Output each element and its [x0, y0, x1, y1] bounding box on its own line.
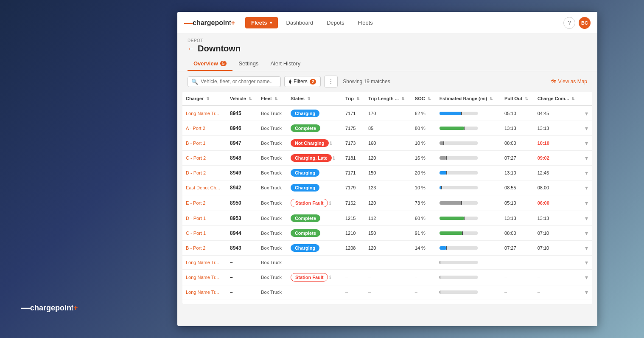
col-header-estimated-range[interactable]: Estimated Range (mi) ⇅: [436, 92, 501, 106]
tab-alert-history[interactable]: Alert History: [264, 57, 306, 71]
cell-expand[interactable]: ▾: [582, 270, 592, 285]
help-button[interactable]: ?: [563, 17, 575, 29]
col-header-charge-com[interactable]: Charge Com... ⇅: [534, 92, 582, 106]
user-avatar[interactable]: BC: [579, 17, 591, 29]
cell-expand[interactable]: ▾: [582, 136, 592, 151]
cell-charge-com: 06:00: [534, 195, 582, 211]
table-row[interactable]: East Depot Ch...8942Box TruckCharging717…: [182, 180, 592, 195]
tab-settings[interactable]: Settings: [232, 57, 264, 71]
table-row[interactable]: C - Port 28948Box TruckCharging, Lateℹ71…: [182, 151, 592, 166]
cell-state: Charging: [287, 166, 342, 180]
cell-expand[interactable]: ▾: [582, 121, 592, 136]
filter-button[interactable]: ⧫ Filters 2: [284, 76, 321, 87]
fleets-nav-label: Fleets: [251, 20, 267, 26]
col-header-states[interactable]: States ⇅: [287, 92, 342, 106]
cell-expand[interactable]: ▾: [582, 285, 592, 299]
cell-expand[interactable]: ▾: [582, 299, 592, 304]
view-map-button[interactable]: 🗺 View as Map: [551, 79, 587, 84]
cell-expand[interactable]: ▾: [582, 151, 592, 166]
cell-expand[interactable]: ▾: [582, 241, 592, 256]
toolbar: 🔍 ⧫ Filters 2 ⋮ Showing 19 matches 🗺 Vie…: [177, 71, 597, 92]
cell-charge-com: 07:10: [534, 241, 582, 256]
chargepoint-logo: — chargepoin t +: [184, 18, 235, 28]
expand-row-button[interactable]: ▾: [585, 259, 588, 266]
expand-row-button[interactable]: ▾: [585, 125, 588, 132]
cell-expand[interactable]: ▾: [582, 166, 592, 180]
table-row[interactable]: B - Port 18947Box TruckNot Chargingℹ7173…: [182, 136, 592, 151]
cell-soc: 91 %: [412, 226, 436, 241]
cell-state: [287, 299, 342, 304]
expand-row-button[interactable]: ▾: [585, 200, 588, 206]
search-input[interactable]: [201, 79, 273, 84]
table-row[interactable]: B - Port 28943Box TruckCharging120812014…: [182, 241, 592, 256]
cell-expand[interactable]: ▾: [582, 180, 592, 195]
expand-row-button[interactable]: ▾: [585, 140, 588, 146]
back-arrow-icon[interactable]: ←: [188, 45, 194, 53]
status-badge: Charging: [291, 110, 319, 117]
expand-row-button[interactable]: ▾: [585, 245, 588, 251]
expand-row-button[interactable]: ▾: [585, 289, 588, 296]
dashboard-nav-link[interactable]: Dashboard: [281, 17, 319, 28]
info-icon[interactable]: ℹ: [333, 155, 335, 161]
cell-fleet: Box Truck: [258, 270, 287, 285]
table-row[interactable]: D - Port 28949Box TruckCharging717115020…: [182, 166, 592, 180]
cell-trip-length: 160: [365, 136, 412, 151]
expand-row-button[interactable]: ▾: [585, 155, 588, 161]
expand-row-button[interactable]: ▾: [585, 169, 588, 176]
cell-state: Station Faultℹ: [287, 270, 342, 285]
fleets-nav-button[interactable]: Fleets ▾: [245, 17, 278, 28]
logo-plus: +: [231, 19, 235, 27]
cell-expand[interactable]: ▾: [582, 226, 592, 241]
cell-expand[interactable]: ▾: [582, 106, 592, 121]
expand-row-button[interactable]: ▾: [585, 110, 588, 117]
cell-trip: 7171: [342, 106, 365, 121]
col-header-trip-length[interactable]: Trip Length ... ⇅: [365, 92, 412, 106]
cell-expand[interactable]: ▾: [582, 211, 592, 226]
table-row[interactable]: Long Name Tr...8945Box TruckCharging7171…: [182, 106, 592, 121]
table-row[interactable]: E - Port 28950Box TruckStation Faultℹ716…: [182, 195, 592, 211]
cell-charge-com: –: [534, 270, 582, 285]
depots-nav-link[interactable]: Depots: [322, 17, 349, 28]
expand-row-button[interactable]: ▾: [585, 230, 588, 237]
cell-charger: A - Port 2: [182, 121, 227, 136]
search-box[interactable]: 🔍: [188, 76, 281, 87]
cell-trip: 1215: [342, 211, 365, 226]
col-header-trip[interactable]: Trip ⇅: [342, 92, 365, 106]
cell-vehicle: –: [227, 299, 258, 304]
table-row[interactable]: Long Name Tr...–Box TruckStation Faultℹ–…: [182, 270, 592, 285]
cell-trip-length: 120: [365, 151, 412, 166]
info-icon[interactable]: ℹ: [329, 200, 331, 206]
cell-estimated-range: [436, 106, 501, 121]
col-header-fleet[interactable]: Fleet ⇅: [258, 92, 287, 106]
info-icon[interactable]: ℹ: [330, 141, 332, 146]
map-icon: 🗺: [551, 79, 556, 84]
cell-charge-com: 13:13: [534, 121, 582, 136]
cell-estimated-range: [436, 226, 501, 241]
cell-expand[interactable]: ▾: [582, 256, 592, 270]
col-header-pull-out[interactable]: Pull Out ⇅: [501, 92, 534, 106]
table-row[interactable]: Long Name Tr...–Box Truck–––––▾: [182, 256, 592, 270]
table-row[interactable]: A - Port 28946Box TruckComplete71758580 …: [182, 121, 592, 136]
col-header-charger[interactable]: Charger ⇅: [182, 92, 227, 106]
cell-charger: East Depot Ch...: [182, 180, 227, 195]
info-icon[interactable]: ℹ: [329, 275, 331, 280]
col-header-soc[interactable]: SOC ⇅: [412, 92, 436, 106]
cell-expand[interactable]: ▾: [582, 195, 592, 211]
cell-trip: 1210: [342, 226, 365, 241]
more-options-button[interactable]: ⋮: [324, 76, 338, 87]
table-row[interactable]: Long Name Tr...–Box Truck–––––▾: [182, 285, 592, 299]
table-row[interactable]: C - Port 18944Box TruckComplete121015091…: [182, 226, 592, 241]
table-row[interactable]: D - Port 18953Box TruckComplete121511260…: [182, 211, 592, 226]
col-header-vehicle[interactable]: Vehicle ⇅: [227, 92, 258, 106]
cell-soc: 20 %: [412, 166, 436, 180]
expand-row-button[interactable]: ▾: [585, 303, 588, 304]
expand-row-button[interactable]: ▾: [585, 215, 588, 222]
expand-row-button[interactable]: ▾: [585, 184, 588, 191]
expand-row-button[interactable]: ▾: [585, 274, 588, 281]
cell-trip-length: 120: [365, 195, 412, 211]
breadcrumb: DEPOT: [188, 38, 587, 43]
tab-overview[interactable]: Overview 5: [188, 57, 232, 71]
table-row[interactable]: Long Name Tr...–Box Truck–––––▾: [182, 299, 592, 304]
cell-fleet: Box Truck: [258, 226, 287, 241]
fleets-nav-link[interactable]: Fleets: [353, 17, 378, 28]
